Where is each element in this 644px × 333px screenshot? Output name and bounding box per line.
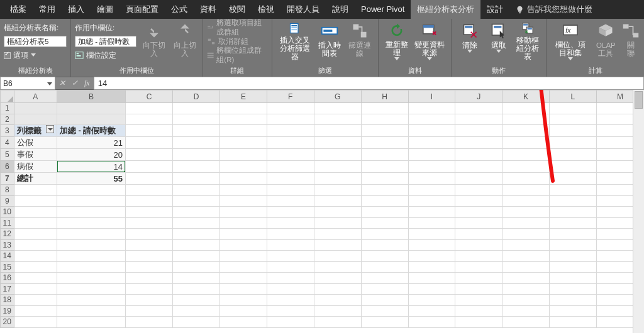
row-header[interactable]: 8 bbox=[1, 185, 14, 196]
tab-view[interactable]: 檢視 bbox=[252, 0, 280, 19]
name-box[interactable]: B6 bbox=[0, 77, 55, 90]
group-selection-icon bbox=[207, 23, 214, 32]
filter-dropdown-icon[interactable] bbox=[46, 125, 54, 133]
tab-formulas[interactable]: 公式 bbox=[165, 0, 194, 19]
filter-connections-button: 篩選連線 bbox=[345, 21, 374, 61]
svg-rect-25 bbox=[528, 28, 533, 30]
active-cell[interactable]: 14 bbox=[57, 161, 125, 173]
chevron-down-icon bbox=[427, 57, 432, 61]
ungroup-button: 取消群組 bbox=[218, 37, 248, 46]
insert-timeline-button[interactable]: 插入時間表 bbox=[314, 21, 345, 61]
tab-pivot-analyze[interactable]: 樞紐分析表分析 bbox=[411, 0, 480, 19]
group-field-button: 將欄位組成群組(R) bbox=[216, 46, 267, 65]
row-header[interactable]: 13 bbox=[1, 239, 14, 251]
group-field-icon bbox=[207, 51, 214, 60]
svg-rect-17 bbox=[423, 25, 434, 28]
clear-button[interactable]: 清除 bbox=[455, 21, 484, 61]
pivot-name-value: 樞紐分析表5 bbox=[7, 37, 48, 46]
tab-review[interactable]: 校閱 bbox=[223, 0, 252, 19]
group-label-actions: 動作 bbox=[455, 65, 542, 76]
row-header[interactable]: 7 bbox=[1, 173, 14, 185]
pivot-name-input[interactable]: 樞紐分析表5 bbox=[4, 36, 67, 47]
row-header[interactable]: 1 bbox=[1, 103, 14, 114]
row-header[interactable]: 2 bbox=[1, 114, 14, 125]
chevron-down-icon[interactable] bbox=[47, 82, 52, 86]
ribbon: 樞紐分析表名稱: 樞紐分析表5 選項 樞紐分析表 作用中欄位: bbox=[0, 19, 644, 77]
refresh-button[interactable]: 重新整理 bbox=[382, 21, 411, 61]
worksheet-grid[interactable]: A B C D E F G H I J K L M 1 2 3 列標籤 加總 -… bbox=[0, 90, 644, 333]
col-header-a[interactable]: A bbox=[14, 90, 57, 103]
row-header[interactable]: 5 bbox=[1, 149, 14, 161]
row-header[interactable]: 6 bbox=[1, 161, 14, 173]
active-field-value: 加總 - 請假時數 bbox=[78, 37, 130, 46]
move-pivot-button[interactable]: 移動樞紐分析表 bbox=[513, 21, 542, 61]
col-header-f[interactable]: F bbox=[267, 90, 314, 103]
row-header[interactable]: 20 bbox=[1, 317, 14, 328]
tab-power-pivot[interactable]: Power Pivot bbox=[355, 0, 411, 19]
pivot-total-label[interactable]: 總計 bbox=[14, 173, 57, 185]
col-header-e[interactable]: E bbox=[219, 90, 267, 103]
row-header[interactable]: 18 bbox=[1, 295, 14, 306]
pivot-cell[interactable]: 20 bbox=[57, 149, 125, 161]
pivot-row-label-header[interactable]: 列標籤 bbox=[14, 125, 57, 137]
row-header[interactable]: 12 bbox=[1, 229, 14, 240]
tab-design[interactable]: 設計 bbox=[480, 0, 509, 19]
chevron-down-icon bbox=[496, 50, 501, 53]
pivot-cell[interactable]: 病假 bbox=[14, 161, 57, 173]
col-header-b[interactable]: B bbox=[57, 90, 125, 103]
drill-down-button: 向下切入 bbox=[140, 21, 168, 58]
tell-me[interactable]: 告訴我您想做什麼 bbox=[509, 0, 599, 19]
insert-function-icon[interactable]: fx bbox=[84, 79, 90, 88]
row-header[interactable]: 15 bbox=[1, 261, 14, 273]
fx-field-icon: fx bbox=[562, 22, 579, 39]
active-field-input[interactable]: 加總 - 請假時數 bbox=[75, 36, 136, 47]
svg-rect-7 bbox=[208, 57, 214, 58]
fields-items-sets-button[interactable]: fx 欄位、項目和集 bbox=[550, 21, 591, 61]
row-header[interactable]: 17 bbox=[1, 283, 14, 295]
row-header[interactable]: 16 bbox=[1, 273, 14, 284]
select-all-corner[interactable] bbox=[1, 90, 14, 103]
svg-rect-3 bbox=[208, 39, 211, 41]
chevron-down-icon bbox=[467, 50, 472, 53]
tab-file[interactable]: 檔案 bbox=[4, 0, 33, 19]
select-button[interactable]: 選取 bbox=[484, 21, 513, 61]
vertical-scrollbar[interactable] bbox=[633, 90, 644, 333]
field-settings-button[interactable]: 欄位設定 bbox=[86, 51, 116, 60]
col-header-i[interactable]: I bbox=[408, 90, 455, 103]
col-header-l[interactable]: L bbox=[550, 90, 597, 103]
tab-page-layout[interactable]: 頁面配置 bbox=[119, 0, 165, 19]
row-header[interactable]: 4 bbox=[1, 137, 14, 149]
scrollbar-thumb[interactable] bbox=[635, 91, 643, 109]
col-header-j[interactable]: J bbox=[455, 90, 502, 103]
enter-formula-icon[interactable]: ✓ bbox=[72, 79, 78, 88]
tab-help[interactable]: 說明 bbox=[326, 0, 355, 19]
row-header[interactable]: 14 bbox=[1, 251, 14, 262]
pivot-options-button[interactable]: 選項 bbox=[13, 51, 28, 60]
pivot-total-value[interactable]: 55 bbox=[57, 173, 125, 185]
tab-insert[interactable]: 插入 bbox=[62, 0, 91, 19]
pivot-cell[interactable]: 事假 bbox=[14, 149, 57, 161]
tab-data[interactable]: 資料 bbox=[194, 0, 223, 19]
row-header[interactable]: 11 bbox=[1, 217, 14, 229]
formula-input[interactable]: 14 bbox=[94, 77, 644, 90]
row-header[interactable]: 19 bbox=[1, 305, 14, 317]
col-header-d[interactable]: D bbox=[173, 90, 220, 103]
col-header-c[interactable]: C bbox=[126, 90, 173, 103]
pivot-cell[interactable]: 公假 bbox=[14, 137, 57, 149]
row-header[interactable]: 10 bbox=[1, 207, 14, 218]
tab-developer[interactable]: 開發人員 bbox=[280, 0, 326, 19]
svg-rect-4 bbox=[212, 42, 214, 45]
col-header-h[interactable]: H bbox=[361, 90, 408, 103]
cancel-formula-icon[interactable]: ✕ bbox=[59, 79, 65, 88]
row-header[interactable]: 3 bbox=[1, 125, 14, 137]
pivot-value-header[interactable]: 加總 - 請假時數 bbox=[57, 125, 125, 137]
tab-draw[interactable]: 繪圖 bbox=[91, 0, 119, 19]
change-data-source-button[interactable]: 變更資料來源 bbox=[411, 21, 447, 61]
col-header-g[interactable]: G bbox=[314, 90, 361, 103]
group-label-filter: 篩選 bbox=[276, 65, 375, 76]
col-header-k[interactable]: K bbox=[502, 90, 550, 103]
row-header[interactable]: 9 bbox=[1, 195, 14, 207]
pivot-cell[interactable]: 21 bbox=[57, 137, 125, 149]
tab-home[interactable]: 常用 bbox=[33, 0, 62, 19]
insert-slicer-button[interactable]: 插入交叉分析篩選器 bbox=[276, 21, 314, 61]
